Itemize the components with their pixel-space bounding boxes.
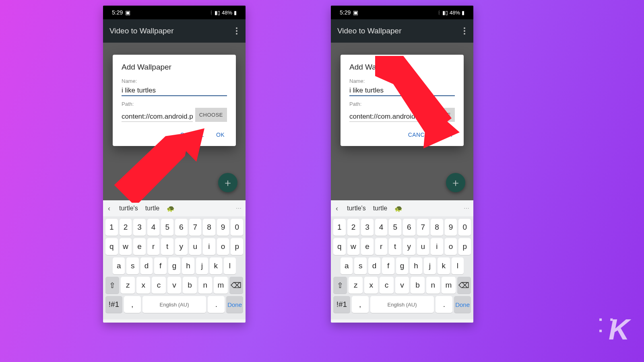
key-done[interactable]: Done — [226, 296, 243, 313]
key-i[interactable]: i — [431, 238, 443, 255]
key-2[interactable]: 2 — [120, 219, 132, 236]
key-l[interactable]: l — [452, 257, 464, 274]
key-v[interactable]: v — [167, 277, 181, 294]
suggestion-back-icon[interactable]: ‹ — [334, 204, 340, 214]
path-input[interactable] — [122, 111, 193, 122]
key-8[interactable]: 8 — [203, 219, 215, 236]
key-6[interactable]: 6 — [175, 219, 188, 236]
key-s[interactable]: s — [354, 257, 366, 274]
overflow-menu-icon[interactable] — [462, 26, 467, 36]
suggestion-1[interactable]: turtle's — [347, 205, 366, 212]
key-4[interactable]: 4 — [147, 219, 160, 236]
key-symbols[interactable]: !#1 — [105, 296, 122, 313]
key-i[interactable]: i — [203, 238, 215, 255]
path-input[interactable] — [349, 111, 421, 122]
cancel-button[interactable]: CANCEL — [407, 129, 433, 140]
key-z[interactable]: z — [349, 277, 362, 294]
key-4[interactable]: 4 — [375, 219, 388, 236]
key-u[interactable]: u — [417, 238, 429, 255]
key-n[interactable]: n — [198, 277, 212, 294]
key-6[interactable]: 6 — [403, 219, 415, 236]
suggestion-emoji[interactable]: 🐢 — [394, 205, 402, 212]
key-a[interactable]: a — [113, 257, 125, 274]
key-y[interactable]: y — [175, 238, 188, 255]
key-comma[interactable]: , — [352, 296, 369, 313]
key-q[interactable]: q — [105, 238, 118, 255]
key-u[interactable]: u — [189, 238, 202, 255]
suggestion-more-icon[interactable]: ⋯ — [236, 205, 242, 212]
key-k[interactable]: k — [210, 257, 222, 274]
key-3[interactable]: 3 — [133, 219, 146, 236]
key-1[interactable]: 1 — [333, 219, 346, 236]
key-l[interactable]: l — [224, 257, 236, 274]
choose-button[interactable]: CHOOSE — [423, 108, 455, 122]
key-h[interactable]: h — [182, 257, 194, 274]
key-5[interactable]: 5 — [161, 219, 173, 236]
key-m[interactable]: m — [214, 277, 227, 294]
key-a[interactable]: a — [341, 257, 353, 274]
key-0[interactable]: 0 — [458, 219, 471, 236]
key-r[interactable]: r — [147, 238, 160, 255]
key-r[interactable]: r — [375, 238, 388, 255]
suggestion-2[interactable]: turtle — [145, 205, 160, 212]
key-t[interactable]: t — [161, 238, 173, 255]
key-x[interactable]: x — [364, 277, 378, 294]
key-shift[interactable]: ⇧ — [333, 277, 347, 294]
choose-button[interactable]: CHOOSE — [195, 108, 227, 122]
key-m[interactable]: m — [442, 277, 455, 294]
key-d[interactable]: d — [140, 257, 153, 274]
key-space[interactable]: English (AU) — [142, 296, 206, 313]
key-1[interactable]: 1 — [105, 219, 118, 236]
key-f[interactable]: f — [154, 257, 166, 274]
key-backspace[interactable]: ⌫ — [229, 277, 243, 294]
key-c[interactable]: c — [380, 277, 393, 294]
key-0[interactable]: 0 — [231, 219, 243, 236]
key-8[interactable]: 8 — [431, 219, 443, 236]
key-f[interactable]: f — [382, 257, 394, 274]
key-period[interactable]: . — [208, 296, 225, 313]
key-o[interactable]: o — [445, 238, 457, 255]
key-q[interactable]: q — [333, 238, 346, 255]
key-t[interactable]: t — [389, 238, 401, 255]
ok-button[interactable]: OK — [443, 129, 453, 140]
name-input[interactable] — [349, 85, 455, 96]
key-comma[interactable]: , — [124, 296, 141, 313]
key-9[interactable]: 9 — [445, 219, 457, 236]
key-b[interactable]: b — [411, 277, 424, 294]
suggestion-more-icon[interactable]: ⋯ — [464, 205, 470, 212]
key-y[interactable]: y — [403, 238, 415, 255]
key-g[interactable]: g — [168, 257, 180, 274]
key-p[interactable]: p — [231, 238, 243, 255]
key-space[interactable]: English (AU) — [370, 296, 434, 313]
key-shift[interactable]: ⇧ — [105, 277, 119, 294]
key-n[interactable]: n — [426, 277, 440, 294]
key-7[interactable]: 7 — [417, 219, 429, 236]
key-j[interactable]: j — [424, 257, 436, 274]
key-c[interactable]: c — [152, 277, 165, 294]
cancel-button[interactable]: CANCEL — [180, 129, 205, 140]
key-5[interactable]: 5 — [389, 219, 401, 236]
key-s[interactable]: s — [126, 257, 138, 274]
key-b[interactable]: b — [183, 277, 196, 294]
key-w[interactable]: w — [347, 238, 360, 255]
key-o[interactable]: o — [217, 238, 229, 255]
key-v[interactable]: v — [395, 277, 409, 294]
key-done[interactable]: Done — [454, 296, 471, 313]
overflow-menu-icon[interactable] — [234, 26, 239, 36]
suggestion-2[interactable]: turtle — [373, 205, 388, 212]
add-fab[interactable]: ＋ — [446, 173, 465, 192]
key-7[interactable]: 7 — [189, 219, 202, 236]
key-k[interactable]: k — [438, 257, 450, 274]
key-symbols[interactable]: !#1 — [333, 296, 350, 313]
key-e[interactable]: e — [361, 238, 374, 255]
key-p[interactable]: p — [458, 238, 471, 255]
key-w[interactable]: w — [120, 238, 132, 255]
key-z[interactable]: z — [121, 277, 134, 294]
key-backspace[interactable]: ⌫ — [457, 277, 471, 294]
key-d[interactable]: d — [368, 257, 380, 274]
add-fab[interactable]: ＋ — [218, 173, 237, 192]
name-input[interactable] — [122, 85, 227, 96]
suggestion-emoji[interactable]: 🐢 — [167, 205, 175, 212]
suggestion-back-icon[interactable]: ‹ — [106, 204, 112, 214]
key-h[interactable]: h — [410, 257, 422, 274]
